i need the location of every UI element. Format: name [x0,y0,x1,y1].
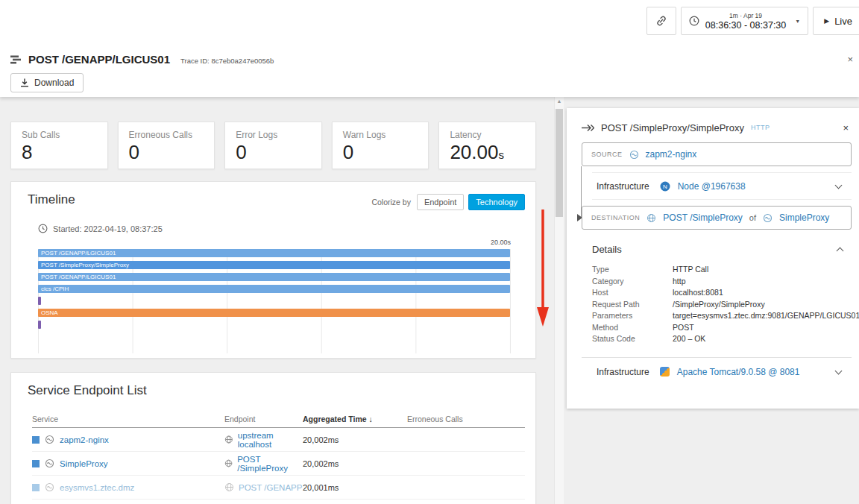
topbar-controls: 1m · Apr 19 08:36:30 - 08:37:30 ▼ ▶ Live [646,7,859,35]
timeline-bar[interactable]: cics /CPIH [38,285,510,293]
endpoint-cell: POST /SimpleProxy [224,455,303,473]
infrastructure-label: Infrastructure [597,181,649,192]
kv-value: HTTP Call [673,264,708,276]
endpoint-icon [629,150,639,160]
stat-card-latency: Latency 20.00s [438,122,536,169]
kv-row: Categoryhttp [592,276,852,288]
close-icon[interactable]: × [843,122,849,133]
stat-value: 20.00s [450,142,525,162]
service-link[interactable]: SimpleProxy [60,459,108,468]
kv-value: http [673,276,686,288]
stat-label: Erroneous Calls [129,130,204,140]
timeline-bar[interactable]: POST /GENAPP/LGICUS01 [38,273,510,281]
stat-number: 0 [236,141,246,163]
infrastructure-row-tomcat[interactable]: Infrastructure Apache Tomcat/9.0.58 @ 80… [592,358,852,386]
colorize-control: Colorize by Endpoint Technology [371,194,525,210]
scroll-up-icon[interactable]: ▲ [555,98,564,104]
link-icon [655,15,667,27]
col-aggregated-time[interactable]: Aggregated Time ↓ [303,415,407,423]
stat-card-sub-calls: Sub Calls 8 [10,122,108,169]
timeline-card: Timeline Colorize by Endpoint Technology… [10,181,536,359]
service-link[interactable]: esysmvs1.ztec.dmz [60,483,134,492]
details-header[interactable]: Details [592,242,852,256]
details-kv-list: TypeHTTP Call Categoryhttp Hostlocalhost… [592,264,852,345]
clock-icon [689,16,699,26]
kv-key: Type [592,264,673,276]
service-color-swatch [32,436,40,444]
timeline-started: Started: 2022-04-19, 08:37:25 [38,224,163,233]
timeline-bar-row: cics /CPIH [38,285,510,293]
scrollbar-thumb[interactable] [556,109,563,217]
chevron-down-icon[interactable] [835,181,843,189]
aggregated-time-cell: 20,002ms [303,435,407,444]
timeline-bar-row: OSNA [38,309,510,317]
endpoint-icon [763,213,773,223]
col-aggregated-time-label: Aggregated Time [303,415,367,423]
table-row[interactable]: SimpleProxy POST /SimpleProxy 20,002ms [32,452,525,476]
download-button[interactable]: Download [10,73,84,92]
share-link-button[interactable] [646,7,676,35]
stat-card-erroneous-calls: Erroneous Calls 0 [118,122,215,169]
colorize-technology-button[interactable]: Technology [468,194,525,210]
stat-number: 20.00 [450,141,498,163]
destination-service-link[interactable]: SimpleProxy [779,212,829,223]
topbar: 1m · Apr 19 08:36:30 - 08:37:30 ▼ ▶ Live [0,0,859,42]
panel-close-icon[interactable]: × [847,54,853,65]
stat-value: 8 [22,142,97,162]
vertical-scrollbar[interactable]: ▲ [554,97,564,504]
col-service[interactable]: Service [32,415,224,423]
destination-of-text: of [749,213,756,222]
destination-box: DESTINATION POST /SimpleProxy of SimpleP… [582,206,852,230]
table-row[interactable]: esysmvs1.ztec.dmz POST /GENAPP 20,001ms [32,476,525,500]
infrastructure-label: Infrastructure [597,367,649,377]
time-range-value: 08:36:30 - 08:37:30 [705,20,786,31]
caret-down-icon[interactable]: ▼ [795,19,800,24]
col-erroneous-calls[interactable]: Erroneous Calls [407,415,525,423]
chevron-up-icon[interactable] [837,247,844,254]
live-label: Live [834,16,852,27]
endpoint-link[interactable]: POST /SimpleProxy [237,455,303,473]
timeline-bar[interactable]: POST /GENAPP/LGICUS01 [38,249,510,257]
source-box: SOURCE zapm2-nginx [582,142,852,166]
service-link[interactable]: zapm2-nginx [60,435,109,444]
table-row[interactable]: zapm2-nginx upstream localhost 20,002ms [32,428,525,452]
endpoint-cell: POST /GENAPP [224,482,303,492]
kv-key: Method [592,322,673,334]
timeline-bar[interactable]: POST /SimpleProxy/SimpleProxy [38,261,510,269]
svg-text:N: N [663,183,667,190]
infrastructure-row-node[interactable]: Infrastructure N Node @1967638 [592,172,852,200]
colorize-label: Colorize by [371,198,411,207]
clock-icon [38,224,48,233]
stat-unit: s [498,148,504,161]
timeline-bar[interactable] [38,321,41,329]
details-section: Details TypeHTTP Call Categoryhttp Hostl… [582,242,852,345]
endpoint-link[interactable]: POST /GENAPP [239,483,302,492]
chevron-down-icon[interactable] [835,367,843,374]
tomcat-link[interactable]: Apache Tomcat/9.0.58 @ 8081 [677,367,800,377]
source-service-link[interactable]: zapm2-nginx [646,149,697,160]
live-button[interactable]: ▶ Live [813,7,859,35]
stat-card-warn-logs: Warn Logs 0 [332,122,430,169]
aggregated-time-cell: 20,001ms [303,483,407,492]
timeline-bar[interactable] [38,297,41,305]
node-link[interactable]: Node @1967638 [678,181,746,192]
kv-row: Request Path/SimpleProxy/SimpleProxy [592,299,852,311]
colorize-endpoint-button[interactable]: Endpoint [417,194,464,210]
stat-label: Latency [450,130,525,140]
call-arrow-icon [582,124,594,132]
timeline-bar-row: POST /GENAPP/LGICUS01 [38,249,510,257]
service-endpoint-table: Service Endpoint Aggregated Time ↓ Erron… [32,410,525,500]
timeline-bar[interactable]: OSNA [38,309,510,317]
service-endpoint-list-card: Service Endpoint List Service Endpoint A… [10,372,536,504]
kv-value: 200 – OK [673,333,705,345]
col-endpoint[interactable]: Endpoint [224,415,303,423]
time-range-picker[interactable]: 1m · Apr 19 08:36:30 - 08:37:30 ▼ [681,7,808,35]
kv-value: POST [673,322,694,334]
kv-key: Status Code [592,333,673,345]
destination-endpoint-link[interactable]: POST /SimpleProxy [663,212,742,223]
service-cell: zapm2-nginx [32,435,224,444]
kv-row: Parameterstarget=esysmvs1.ztec.dmz:9081/… [592,310,852,322]
globe-icon [224,482,234,492]
node-icon: N [660,181,670,192]
endpoint-link[interactable]: upstream localhost [238,431,303,449]
